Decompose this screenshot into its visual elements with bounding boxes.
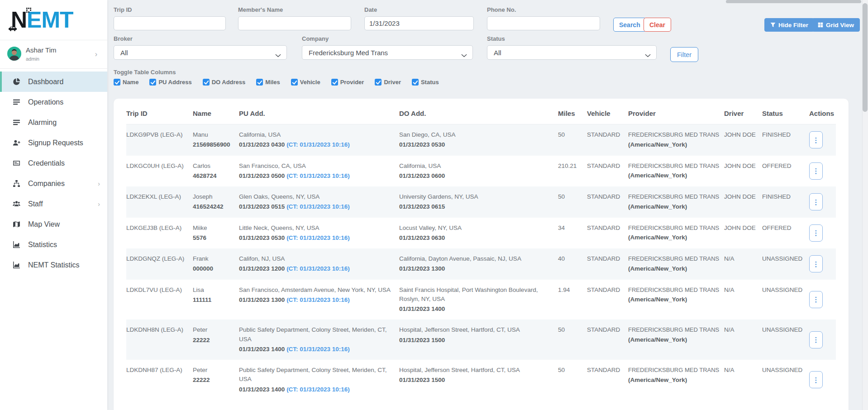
- row-actions-button[interactable]: ⋮: [809, 255, 823, 272]
- checkbox-checked-icon[interactable]: [375, 79, 382, 86]
- driver-name: JOHN DOE: [724, 193, 756, 200]
- trip-id-input[interactable]: [114, 16, 226, 30]
- checkbox-checked-icon[interactable]: [331, 79, 338, 86]
- ct-timestamp-link[interactable]: (CT: 01/31/2023 10:16): [286, 386, 350, 393]
- hide-filter-button[interactable]: Hide Filter: [764, 18, 814, 32]
- pu-datetime: 01/31/2023 0430: [239, 141, 285, 148]
- pu-datetime-line: 01/31/2023 0530 (CT: 01/31/2023 10:16): [239, 234, 394, 243]
- row-actions-button[interactable]: ⋮: [809, 131, 823, 148]
- ct-timestamp-link[interactable]: (CT: 01/31/2023 10:16): [286, 203, 350, 210]
- row-actions-button[interactable]: ⋮: [809, 331, 823, 348]
- company-label: Company: [302, 35, 473, 42]
- toggle-column-do-address[interactable]: DO Address: [203, 79, 246, 86]
- cell-name: Peter22222: [193, 360, 239, 400]
- sidebar-item-staff[interactable]: Staff›: [0, 194, 107, 214]
- member-name-input[interactable]: [238, 16, 351, 30]
- company-selected-value: Fredericksburg Med Trans: [309, 49, 388, 57]
- broker-select[interactable]: All: [114, 45, 287, 60]
- checkbox-checked-icon[interactable]: [256, 79, 263, 86]
- col-header-do-add: DO Add.: [399, 99, 558, 124]
- cell-provider: FREDERICKSBURG MED TRANS(America/New_Yor…: [628, 319, 724, 360]
- checkbox-checked-icon[interactable]: [412, 79, 419, 86]
- checkbox-checked-icon[interactable]: [114, 79, 120, 86]
- checkbox-checked-icon[interactable]: [149, 79, 156, 86]
- sidebar-item-alarming[interactable]: Alarming: [0, 112, 107, 133]
- grid-icon: [818, 22, 823, 28]
- ct-timestamp-link[interactable]: (CT: 01/31/2023 10:16): [286, 141, 350, 148]
- horizontal-scrollbar-thumb[interactable]: [726, 0, 861, 3]
- toggle-column-status[interactable]: Status: [412, 79, 439, 86]
- pu-address: San Francisco, Amsterdam Avenue, New Yor…: [239, 286, 394, 295]
- toggle-column-name[interactable]: Name: [114, 79, 138, 86]
- toggle-column-miles[interactable]: Miles: [256, 79, 280, 86]
- do-address: California, Dayton Avenue, Passaic, NJ, …: [399, 254, 553, 263]
- status-select[interactable]: All: [487, 45, 657, 60]
- sidebar-item-credentials[interactable]: Credentials: [0, 153, 107, 173]
- row-actions-button[interactable]: ⋮: [809, 162, 823, 180]
- checkbox-checked-icon[interactable]: [291, 79, 298, 86]
- cell-name: Lisa111111: [193, 280, 239, 320]
- cell-actions: ⋮: [809, 360, 836, 400]
- sidebar-item-label: Statistics: [28, 241, 57, 249]
- ellipsis-icon: ⋮: [813, 229, 820, 237]
- toggle-column-pu-address[interactable]: PU Address: [149, 79, 191, 86]
- sidebar-item-dashboard[interactable]: Dashboard: [0, 72, 107, 92]
- ct-timestamp-link[interactable]: (CT: 01/31/2023 10:16): [286, 172, 350, 179]
- cell-pu-address: Public Safety Department, Colony Street,…: [239, 360, 399, 400]
- clear-button[interactable]: Clear: [644, 18, 671, 32]
- sidebar-item-map-view[interactable]: Map View: [0, 214, 107, 234]
- cell-driver: JOHN DOE: [724, 156, 762, 187]
- member-name: Manu: [193, 130, 234, 139]
- toggle-column-driver[interactable]: Driver: [375, 79, 401, 86]
- cell-driver: JOHN DOE: [724, 186, 762, 218]
- sidebar: NEMT Ashar Tim admin › DashboardOperatio…: [0, 0, 107, 410]
- sidebar-item-label: Map View: [28, 220, 60, 229]
- phone-input[interactable]: [487, 16, 600, 30]
- cell-vehicle: STANDARD: [587, 186, 628, 218]
- vertical-scrollbar-track: [862, 0, 868, 410]
- cell-driver: JOHN DOE: [724, 124, 762, 156]
- grid-view-button[interactable]: Grid View: [812, 18, 860, 32]
- trip-status: UNASSIGNED: [762, 286, 802, 293]
- pu-datetime-line: 01/31/2023 0430 (CT: 01/31/2023 10:16): [239, 140, 394, 149]
- row-actions-button[interactable]: ⋮: [809, 193, 823, 210]
- vertical-scrollbar-thumb[interactable]: [863, 3, 868, 112]
- row-actions-button[interactable]: ⋮: [809, 291, 823, 308]
- cell-vehicle: STANDARD: [587, 248, 628, 280]
- cell-do-address: California, USA01/31/2023 0600: [399, 156, 558, 187]
- vehicle-type: STANDARD: [587, 162, 620, 169]
- ct-timestamp-link[interactable]: (CT: 01/31/2023 10:16): [286, 296, 350, 303]
- miles-value: 40: [558, 255, 565, 262]
- ct-timestamp-link[interactable]: (CT: 01/31/2023 10:16): [286, 265, 350, 272]
- checkbox-checked-icon[interactable]: [203, 79, 210, 86]
- filter-button[interactable]: Filter: [670, 47, 698, 62]
- sidebar-item-label: Signup Requests: [28, 139, 83, 147]
- sidebar-item-nemt-statistics[interactable]: NEMT Statistics: [0, 255, 107, 275]
- search-button[interactable]: Search: [613, 18, 646, 32]
- company-select[interactable]: Fredericksburg Med Trans: [302, 45, 473, 60]
- member-phone: 416524242: [193, 202, 234, 211]
- col-header-vehicle: Vehicle: [587, 99, 628, 124]
- sidebar-item-operations[interactable]: Operations: [0, 92, 107, 112]
- ct-timestamp-link[interactable]: (CT: 01/31/2023 10:16): [286, 234, 350, 241]
- sidebar-item-companies[interactable]: Companies›: [0, 173, 107, 194]
- do-datetime: 01/31/2023 0615: [399, 202, 553, 211]
- sidebar-item-signup-requests[interactable]: Signup Requests: [0, 133, 107, 153]
- date-input[interactable]: [364, 16, 474, 30]
- sidebar-item-statistics[interactable]: Statistics: [0, 234, 107, 255]
- user-profile[interactable]: Ashar Tim admin ›: [0, 40, 107, 68]
- toggle-column-vehicle[interactable]: Vehicle: [291, 79, 320, 86]
- cell-do-address: Hospital, Jefferson Street, Hartford, CT…: [399, 319, 558, 360]
- toggle-column-provider[interactable]: Provider: [331, 79, 364, 86]
- row-actions-button[interactable]: ⋮: [809, 224, 823, 242]
- toggle-label: Driver: [384, 79, 401, 86]
- pu-datetime: 01/31/2023 0530: [239, 234, 285, 241]
- ct-timestamp-link[interactable]: (CT: 01/31/2023 10:16): [286, 346, 350, 353]
- table-row: LDKGC0UH (LEG-A)Carlos4628724San Francis…: [126, 156, 836, 187]
- pie-chart-icon: [13, 78, 20, 86]
- row-actions-button[interactable]: ⋮: [809, 371, 823, 388]
- do-address: Hospital, Jefferson Street, Hartford, CT…: [399, 366, 553, 375]
- pu-address: Little Neck, Queens, NY, USA: [239, 224, 394, 233]
- vehicle-type: STANDARD: [587, 255, 620, 262]
- sidebar-item-label: Dashboard: [28, 78, 63, 86]
